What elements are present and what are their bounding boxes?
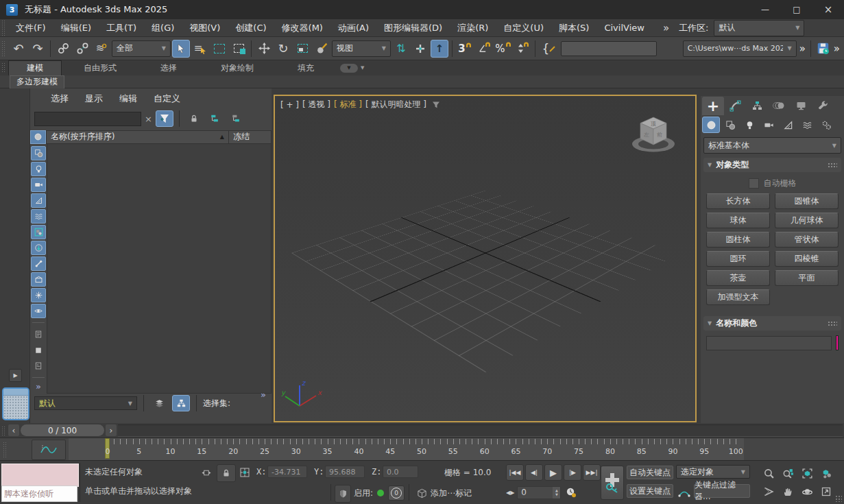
z-coord-field[interactable]: 0.0 <box>383 466 418 478</box>
tab-create[interactable]: + <box>702 97 724 115</box>
column-header-frozen[interactable]: 冻结 <box>229 130 272 144</box>
active-layer-dropdown[interactable]: 默认 ▼ <box>34 396 137 410</box>
menu-item[interactable]: 图形编辑器(D) <box>376 22 450 34</box>
set-key-button[interactable]: 设置关键点 <box>627 484 673 498</box>
next-key-button[interactable]: |▶ <box>564 464 581 481</box>
filter-containers-button[interactable] <box>31 272 46 287</box>
maxscript-listener-pink[interactable] <box>1 464 79 487</box>
isolate-count-button[interactable]: 0 <box>388 485 405 501</box>
filter-spacewarps-button[interactable] <box>31 209 46 224</box>
key-filters-button[interactable]: 关键点过滤器... <box>694 484 750 498</box>
orbit-button[interactable] <box>798 483 816 500</box>
filter-xrefs-button[interactable] <box>31 241 46 255</box>
primitive-button[interactable]: 几何球体 <box>775 213 839 228</box>
trackbar-drag-handle[interactable] <box>3 442 7 458</box>
default-tangent-button[interactable] <box>676 484 692 501</box>
ribbon-tab-populate[interactable]: 填充 <box>276 62 336 74</box>
filter-groups-button[interactable] <box>31 225 46 239</box>
filter-shapes-button[interactable] <box>31 146 46 160</box>
menu-item[interactable]: 修改器(M) <box>274 22 330 34</box>
explorer-tool-doc2-button[interactable] <box>31 359 46 373</box>
layer-manager-button[interactable] <box>150 395 168 411</box>
filter-visibility-button[interactable] <box>31 304 46 318</box>
time-slider-track[interactable] <box>118 424 843 437</box>
field-of-view-button[interactable] <box>760 483 777 500</box>
viewport-layout-tab[interactable] <box>2 387 29 420</box>
strip-overflow-chevron[interactable]: » <box>36 381 41 392</box>
name-color-rollout-header[interactable]: ▼ 名称和颜色 <box>703 316 841 331</box>
primitive-button[interactable]: 长方体 <box>706 193 770 209</box>
scene-explorer-toggle-button[interactable] <box>172 395 190 411</box>
menu-item[interactable]: 脚本(S) <box>551 22 596 34</box>
expand-hierarchy-button[interactable] <box>206 110 224 127</box>
minimize-button[interactable]: — <box>749 0 781 19</box>
viewport-standard-menu[interactable]: [ 标准 ] <box>334 99 362 110</box>
pan-button[interactable] <box>779 483 797 500</box>
security-shield-button[interactable] <box>335 485 351 503</box>
category-geometry-button[interactable] <box>702 117 720 133</box>
unlink-selection-button[interactable] <box>73 40 91 58</box>
primitive-button[interactable]: 平面 <box>775 270 839 286</box>
category-shapes-button[interactable] <box>721 117 739 133</box>
toolbar-drag-handle[interactable] <box>1 40 5 57</box>
select-and-scale-button[interactable] <box>293 40 311 58</box>
set-keys-big-button[interactable] <box>601 466 624 500</box>
y-coord-field[interactable]: 95.688 <box>325 466 365 478</box>
auto-key-button[interactable]: 自动关键点 <box>627 466 673 479</box>
perspective-viewport[interactable]: [ + ] [ 透视 ] [ 标准 ] [ 默认明暗处理 ] 顶 左 前 z x… <box>274 95 697 422</box>
filter-lights-button[interactable] <box>31 162 46 176</box>
tab-display[interactable] <box>790 97 812 115</box>
menu-item[interactable]: CivilView <box>596 23 651 33</box>
viewport-shading-menu[interactable]: [ 默认明暗处理 ] <box>365 99 426 110</box>
search-input[interactable] <box>34 112 141 126</box>
named-selection-set-input[interactable] <box>561 41 657 56</box>
ribbon-tab-freeform[interactable]: 自由形式 <box>62 62 138 74</box>
window-resize-grip[interactable] <box>835 495 842 502</box>
percent-snap-button[interactable]: % <box>494 40 512 58</box>
menu-item[interactable]: 工具(T) <box>99 22 144 34</box>
time-configuration-button[interactable] <box>564 484 579 501</box>
footer-overflow-chevron[interactable]: » <box>261 389 266 400</box>
selection-filter-dropdown[interactable]: 全部 ▼ <box>112 40 171 57</box>
object-type-rollout-header[interactable]: ▼ 对象类型 <box>703 158 841 172</box>
isolate-selection-button[interactable] <box>197 464 215 481</box>
maximize-button[interactable]: □ <box>781 0 812 19</box>
edit-named-selection-sets-button[interactable]: { <box>539 40 559 58</box>
go-to-end-button[interactable]: ▶▶| <box>583 464 601 481</box>
select-and-place-button[interactable] <box>313 40 330 58</box>
next-frame-button[interactable]: › <box>106 424 117 436</box>
tab-motion[interactable] <box>768 97 790 115</box>
select-and-move-button[interactable] <box>255 40 273 58</box>
filter-bones-button[interactable] <box>31 256 46 271</box>
primitive-button[interactable]: 管状体 <box>775 232 839 248</box>
spinner-snap-button[interactable] <box>514 40 531 58</box>
project-folder-dropdown[interactable]: C:\Users\ww⋯ds Max 2025 ▼ <box>683 40 797 57</box>
save-file-button[interactable] <box>815 40 832 58</box>
select-by-name-button[interactable]: ≡ <box>191 40 209 58</box>
primitive-button[interactable]: 加强型文本 <box>706 289 770 305</box>
undo-button[interactable]: ↶ <box>10 40 27 58</box>
select-and-manipulate-button[interactable] <box>411 40 429 58</box>
viewport-pov-menu[interactable]: [ 透视 ] <box>302 99 330 110</box>
tab-utilities[interactable] <box>812 97 834 115</box>
menu-item[interactable]: 视图(V) <box>182 22 228 34</box>
selection-lock-button[interactable] <box>217 464 236 482</box>
window-crossing-toggle-button[interactable] <box>230 40 248 58</box>
absolute-offset-mode-button[interactable] <box>236 464 254 481</box>
primitive-category-dropdown[interactable]: 标准基本体 ▼ <box>703 137 841 154</box>
rectangular-selection-region-button[interactable] <box>210 40 228 58</box>
toolbar-overflow-chevron[interactable]: » <box>799 43 806 55</box>
snap-toggle-button[interactable]: 3 <box>456 40 474 58</box>
close-button[interactable]: × <box>812 0 844 19</box>
primitive-button[interactable]: 四棱锥 <box>775 251 839 267</box>
current-frame-field[interactable]: 0 ▲ ▼ <box>517 486 561 499</box>
zoom-extents-button[interactable] <box>798 465 816 481</box>
lock-explorer-button[interactable] <box>185 110 203 127</box>
add-marker-cube-button[interactable] <box>413 485 431 501</box>
explorer-menu-item[interactable]: 选择 <box>43 93 77 105</box>
frame-spinner[interactable]: ▲ ▼ <box>553 487 560 499</box>
menu-item[interactable]: 编辑(E) <box>53 22 99 34</box>
viewport-layout-expand-button[interactable]: ▶ <box>9 369 22 382</box>
time-slider-frame-display[interactable]: 0 / 100 <box>21 424 104 436</box>
clear-search-icon[interactable]: × <box>145 114 152 124</box>
